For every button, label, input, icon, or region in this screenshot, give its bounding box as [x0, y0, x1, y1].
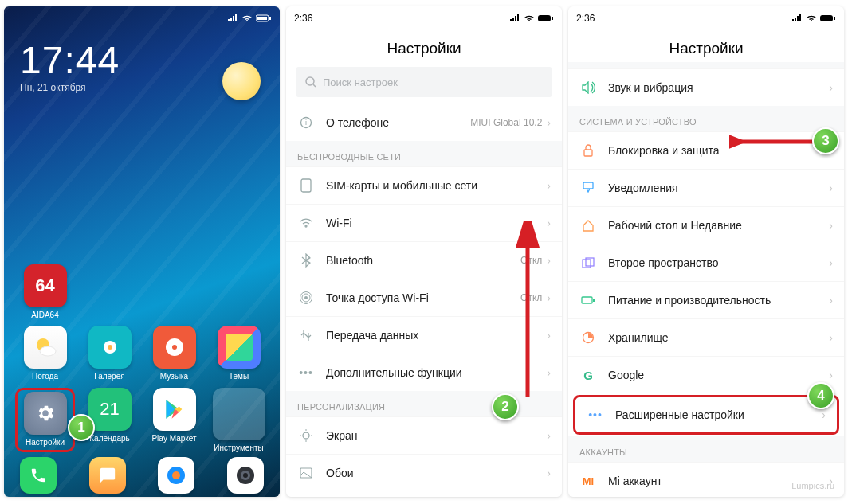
- row-label: Точка доступа Wi-Fi: [326, 291, 520, 304]
- row-screen[interactable]: Экран ›: [286, 416, 562, 454]
- wifi-icon: [524, 14, 535, 22]
- svg-point-13: [243, 473, 248, 478]
- divider: [568, 62, 844, 68]
- row-storage[interactable]: Хранилище ›: [568, 318, 844, 356]
- row-bluetooth[interactable]: Bluetooth Откл ›: [286, 241, 562, 279]
- wallpaper-icon: [297, 467, 315, 479]
- battery-icon: [579, 295, 597, 305]
- messages-icon[interactable]: [89, 457, 126, 494]
- phone-home-screen: 17:44 Пн, 21 октября 64 AIDA64 Погода Га…: [4, 6, 280, 497]
- row-advanced-highlight[interactable]: ••• Расширенные настройки ›: [573, 395, 839, 435]
- page-title: Настройки: [568, 30, 844, 62]
- row-label: Блокировка и защита: [608, 144, 829, 157]
- signal-icon: [509, 14, 520, 22]
- app-gallery[interactable]: Галерея: [80, 326, 139, 381]
- svg-rect-2: [269, 17, 271, 20]
- chevron-right-icon: ›: [547, 179, 551, 192]
- chevron-right-icon: ›: [547, 254, 551, 267]
- lock-icon: [579, 144, 597, 157]
- signal-icon: [227, 14, 238, 22]
- row-mi-account[interactable]: MI Mi аккаунт ›: [568, 462, 844, 497]
- row-wallpaper[interactable]: Обои ›: [286, 454, 562, 491]
- svg-rect-20: [301, 179, 311, 192]
- chevron-right-icon: ›: [547, 116, 551, 129]
- row-label: Дополнительные функции: [326, 366, 547, 379]
- status-icons: [791, 14, 836, 22]
- row-label: Экран: [326, 429, 547, 442]
- app-label: Настройки: [26, 438, 65, 447]
- gallery-icon: [88, 326, 132, 369]
- row-label: О телефоне: [326, 116, 470, 129]
- row-label: Bluetooth: [326, 254, 520, 267]
- row-label: Обои: [326, 467, 547, 479]
- row-hotspot[interactable]: Точка доступа Wi-Fi Откл ›: [286, 279, 562, 316]
- row-more[interactable]: ••• Дополнительные функции ›: [286, 354, 562, 391]
- row-notifications[interactable]: Уведомления ›: [568, 169, 844, 206]
- app-label: Play Маркет: [151, 434, 196, 443]
- status-bar: 2:36: [286, 6, 562, 30]
- browser-icon[interactable]: [158, 457, 194, 494]
- bluetooth-icon: [297, 253, 315, 268]
- weather-icon: [24, 326, 67, 369]
- row-sim[interactable]: SIM-карты и мобильные сети ›: [286, 166, 562, 204]
- row-about-phone[interactable]: i О телефоне MIUI Global 10.2 ›: [286, 104, 562, 141]
- svg-text:i: i: [305, 119, 307, 127]
- row-label: Уведомления: [608, 182, 829, 194]
- step-badge-4: 4: [807, 382, 834, 409]
- battery-icon: [820, 14, 836, 22]
- step-badge-2: 2: [492, 393, 519, 420]
- google-icon: G: [579, 369, 597, 382]
- status-icons: [227, 14, 272, 22]
- chevron-right-icon: ›: [547, 329, 551, 342]
- app-aida64[interactable]: 64 AIDA64: [15, 264, 75, 320]
- app-label: Темы: [229, 372, 249, 381]
- svg-rect-31: [820, 15, 833, 21]
- row-sound[interactable]: Звук и вибрация ›: [568, 68, 844, 106]
- sound-icon: [579, 81, 597, 94]
- row-second-space[interactable]: Второе пространство ›: [568, 244, 844, 281]
- search-input[interactable]: Поиск настроек: [296, 67, 552, 97]
- svg-point-4: [40, 346, 56, 356]
- step-badge-1: 1: [68, 414, 95, 441]
- row-desktop[interactable]: Рабочий стол и Недавние ›: [568, 206, 844, 244]
- svg-rect-1: [257, 17, 267, 20]
- svg-line-17: [313, 84, 316, 87]
- chevron-right-icon: ›: [547, 467, 551, 479]
- status-bar: [4, 6, 280, 30]
- chevron-right-icon: ›: [829, 219, 833, 232]
- section-wireless: Беспроводные сети: [286, 141, 562, 166]
- row-label: Второе пространство: [608, 256, 829, 269]
- svg-point-8: [172, 345, 177, 350]
- app-label: Галерея: [94, 372, 124, 381]
- app-label: AIDA64: [31, 311, 58, 320]
- row-lock[interactable]: Блокировка и защита ›: [568, 131, 844, 169]
- step-badge-3: 3: [812, 127, 839, 154]
- chevron-right-icon: ›: [829, 369, 833, 381]
- phone-icon[interactable]: [20, 457, 57, 494]
- chevron-right-icon: ›: [829, 294, 833, 307]
- row-google[interactable]: G Google ›: [568, 356, 844, 393]
- row-battery[interactable]: Питание и производительность ›: [568, 281, 844, 318]
- row-data[interactable]: Передача данных ›: [286, 316, 562, 354]
- camera-icon[interactable]: [227, 457, 264, 494]
- row-value: Откл: [520, 292, 542, 303]
- battery-icon: [538, 14, 554, 22]
- app-tools-folder[interactable]: Инструменты: [209, 388, 269, 453]
- row-label: Питание и производительность: [608, 294, 829, 307]
- row-wifi[interactable]: Wi-Fi ›: [286, 204, 562, 241]
- section-system-label: Система и устройство: [579, 117, 697, 127]
- app-label: Инструменты: [214, 443, 263, 453]
- app-settings-highlight[interactable]: Настройки: [15, 388, 75, 453]
- app-music[interactable]: Музыка: [144, 326, 204, 381]
- app-weather[interactable]: Погода: [15, 326, 75, 381]
- play-store-icon: [153, 388, 196, 431]
- app-play-store[interactable]: Play Маркет: [144, 388, 204, 453]
- app-themes[interactable]: Темы: [209, 326, 269, 381]
- data-icon: [297, 329, 315, 342]
- phone-settings-system: 2:36 Настройки Звук и вибрация › Система…: [568, 6, 844, 497]
- sim-icon: [297, 178, 315, 193]
- svg-rect-14: [538, 15, 551, 21]
- more-icon: •••: [587, 408, 604, 421]
- signal-icon: [791, 14, 803, 22]
- phone-settings-top: 2:36 Настройки Поиск настроек i О телефо…: [286, 6, 562, 497]
